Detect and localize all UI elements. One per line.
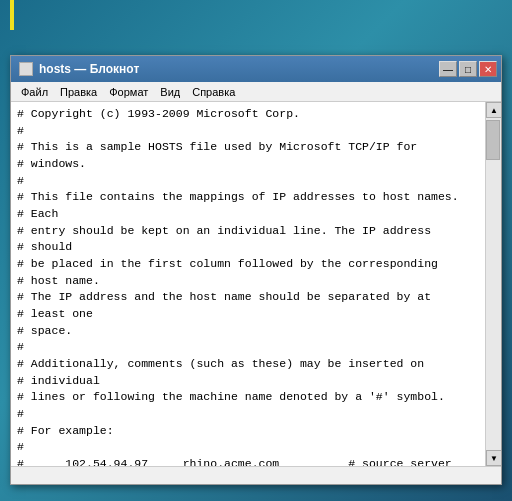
close-button[interactable]: ✕: [479, 61, 497, 77]
text-line: # This file contains the mappings of IP …: [17, 189, 479, 206]
text-line: #: [17, 123, 479, 140]
minimize-button[interactable]: —: [439, 61, 457, 77]
app-icon: [19, 62, 33, 76]
text-line: #: [17, 173, 479, 190]
text-line: # lines or following the machine name de…: [17, 389, 479, 406]
text-line: # least one: [17, 306, 479, 323]
text-line: # 102.54.94.97 rhino.acme.com # source s…: [17, 456, 479, 466]
text-line: # host name.: [17, 273, 479, 290]
menu-help[interactable]: Справка: [186, 85, 241, 99]
maximize-button[interactable]: □: [459, 61, 477, 77]
yellow-bar: [10, 0, 14, 30]
text-line: # should: [17, 239, 479, 256]
scroll-thumb[interactable]: [486, 120, 500, 160]
text-line: # be placed in the first column followed…: [17, 256, 479, 273]
scroll-up-button[interactable]: ▲: [486, 102, 501, 118]
text-line: #: [17, 406, 479, 423]
title-controls: — □ ✕: [439, 61, 497, 77]
text-line: # individual: [17, 373, 479, 390]
text-line: # The IP address and the host name shoul…: [17, 289, 479, 306]
notepad-window: hosts — Блокнот — □ ✕ Файл Правка Формат…: [10, 55, 502, 485]
text-line: # This is a sample HOSTS file used by Mi…: [17, 139, 479, 156]
text-line: # windows.: [17, 156, 479, 173]
text-line: # entry should be kept on an individual …: [17, 223, 479, 240]
scroll-track[interactable]: [486, 118, 501, 450]
text-area[interactable]: # Copyright (c) 1993-2009 Microsoft Corp…: [11, 102, 501, 466]
scroll-down-button[interactable]: ▼: [486, 450, 501, 466]
menu-edit[interactable]: Правка: [54, 85, 103, 99]
text-line: # Each: [17, 206, 479, 223]
text-content[interactable]: # Copyright (c) 1993-2009 Microsoft Corp…: [11, 102, 485, 466]
text-line: #: [17, 339, 479, 356]
scrollbar[interactable]: ▲ ▼: [485, 102, 501, 466]
text-line: # Copyright (c) 1993-2009 Microsoft Corp…: [17, 106, 479, 123]
status-bar: [11, 466, 501, 484]
text-line: # space.: [17, 323, 479, 340]
menu-view[interactable]: Вид: [154, 85, 186, 99]
text-line: # Additionally, comments (such as these)…: [17, 356, 479, 373]
title-bar: hosts — Блокнот — □ ✕: [11, 56, 501, 82]
window-title: hosts — Блокнот: [39, 62, 139, 76]
text-line: # For example:: [17, 423, 479, 440]
text-line: #: [17, 439, 479, 456]
title-bar-text: hosts — Блокнот: [19, 62, 139, 76]
menu-bar: Файл Правка Формат Вид Справка: [11, 82, 501, 102]
menu-format[interactable]: Формат: [103, 85, 154, 99]
menu-file[interactable]: Файл: [15, 85, 54, 99]
